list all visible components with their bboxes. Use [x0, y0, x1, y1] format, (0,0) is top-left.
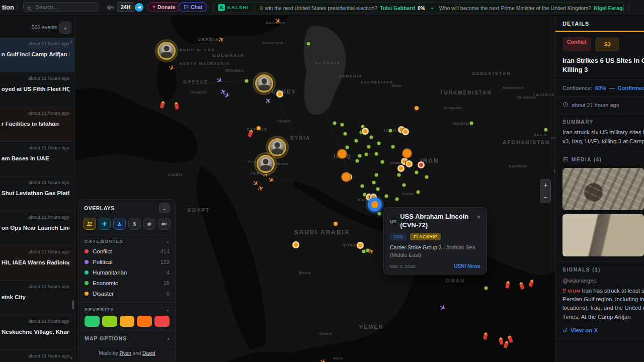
- severity-pill[interactable]: [154, 316, 170, 327]
- zoom-in-button[interactable]: +: [540, 179, 551, 191]
- donate-button[interactable]: ♥ Donate: [147, 2, 181, 12]
- map-marker[interactable]: [365, 153, 368, 156]
- severity-pill[interactable]: [85, 316, 100, 327]
- map-marker[interactable]: [376, 188, 380, 191]
- map-marker[interactable]: [385, 195, 388, 198]
- map-marker[interactable]: [470, 122, 473, 125]
- scroll-up-icon[interactable]: ▲: [69, 39, 73, 44]
- map-marker[interactable]: [370, 136, 373, 139]
- map-options-row[interactable]: MAP OPTIONS ›: [79, 331, 175, 346]
- alerts-overlay-toggle[interactable]: [143, 218, 156, 230]
- meloni-avatar[interactable]: [157, 42, 176, 60]
- map-marker[interactable]: [375, 173, 378, 177]
- map-marker[interactable]: [346, 146, 349, 149]
- event-item[interactable]: about 21 hours ago Shut Leviathan Gas Pl…: [0, 176, 74, 211]
- event-item[interactable]: about 21 hours ago r Facilities in Isfah…: [0, 107, 74, 142]
- map-marker[interactable]: [397, 165, 405, 172]
- ticker-item[interactable]: ill win the next United States president…: [260, 5, 439, 11]
- category-row[interactable]: Political 133: [85, 256, 170, 267]
- aircraft-overlay-toggle[interactable]: ✈: [99, 218, 111, 230]
- map-marker[interactable]: [362, 128, 369, 135]
- map-marker[interactable]: [337, 149, 347, 159]
- map-marker[interactable]: [425, 175, 429, 179]
- map-marker[interactable]: [415, 106, 419, 110]
- severity-pill[interactable]: [137, 316, 152, 327]
- map-marker[interactable]: [357, 242, 364, 249]
- map-marker[interactable]: [257, 126, 261, 130]
- map-marker[interactable]: [397, 173, 401, 177]
- event-item[interactable]: about 21 hours ago n Gulf incl Camp Arif…: [0, 38, 74, 72]
- event-item[interactable]: about 21 hours ago on Ops Near Launch Li…: [0, 211, 74, 246]
- map-marker[interactable]: [358, 154, 362, 158]
- map-marker[interactable]: [402, 148, 412, 158]
- satellite-thumbnail[interactable]: [562, 214, 644, 256]
- collapse-sidebar-button[interactable]: ‹: [59, 22, 71, 34]
- category-row[interactable]: Conflict 414: [85, 246, 170, 256]
- map-marker[interactable]: [375, 152, 378, 156]
- category-row[interactable]: Disaster 0: [85, 288, 170, 299]
- zoom-out-button[interactable]: −: [540, 191, 551, 203]
- map-marker[interactable]: [381, 160, 384, 164]
- map-marker[interactable]: [292, 241, 299, 248]
- camera-overlay-toggle[interactable]: [158, 218, 171, 230]
- event-item[interactable]: about 21 hours ago etsk City: [0, 281, 74, 315]
- map-marker[interactable]: [406, 160, 413, 167]
- event-item[interactable]: about 21 hours ago Base, Airfield Site: [0, 350, 74, 362]
- map-marker[interactable]: [418, 161, 425, 168]
- event-item[interactable]: about 21 hours ago Neskuchne Village, Kh…: [0, 315, 74, 350]
- david-link[interactable]: David: [142, 350, 155, 356]
- map-marker[interactable]: [361, 185, 364, 188]
- map-marker[interactable]: [403, 184, 406, 187]
- people-overlay-toggle[interactable]: [84, 218, 96, 230]
- map-marker[interactable]: [389, 129, 392, 133]
- scrollbar-thumb[interactable]: [72, 300, 74, 309]
- erdogan-avatar[interactable]: [255, 74, 273, 93]
- event-item[interactable]: about 21 hours ago Hit, IAEA Warns Radio…: [0, 246, 74, 281]
- map-marker[interactable]: [356, 159, 359, 163]
- map-marker[interactable]: [485, 287, 488, 290]
- kalshi-ticker[interactable]: K KALSHI | ill win the next United State…: [213, 2, 624, 13]
- al-sharaa-avatar[interactable]: [268, 138, 286, 156]
- severity-pill[interactable]: [102, 316, 117, 327]
- map-marker[interactable]: [544, 128, 548, 132]
- range-24h-button[interactable]: 24H: [117, 2, 134, 12]
- map-marker[interactable]: [367, 145, 371, 149]
- ryan-link[interactable]: Ryan: [119, 350, 131, 356]
- map-marker[interactable]: [415, 171, 419, 174]
- severity-pill[interactable]: [120, 316, 135, 327]
- map-marker[interactable]: [341, 123, 344, 127]
- map-marker[interactable]: [395, 198, 399, 201]
- event-item[interactable]: about 21 hours ago oyed at US Fifth Flee…: [0, 72, 74, 107]
- close-icon[interactable]: ×: [476, 214, 480, 230]
- range-6h-button[interactable]: 6H: [107, 5, 114, 11]
- map-marker[interactable]: [307, 42, 310, 46]
- event-item[interactable]: about 21 hours ago am Bases in UAE: [0, 142, 74, 176]
- chat-button[interactable]: Chat: [179, 2, 207, 12]
- map-marker[interactable]: [334, 222, 338, 226]
- vessel-overlay-toggle[interactable]: [113, 218, 126, 230]
- ticker-item[interactable]: Who will become the next Prime Minister …: [439, 5, 624, 11]
- chevron-down-icon[interactable]: ⌄: [166, 307, 170, 312]
- map-marker[interactable]: [344, 132, 347, 136]
- view-on-x-link[interactable]: View on X: [562, 327, 644, 334]
- signal-handle[interactable]: @visionergeo: [562, 278, 644, 284]
- scroll-down-icon[interactable]: ▼: [69, 356, 73, 360]
- economy-overlay-toggle[interactable]: $: [128, 218, 141, 230]
- telegram-button[interactable]: [135, 3, 143, 12]
- app-logo[interactable]: tion: [2, 4, 14, 11]
- netanyahu-avatar[interactable]: [257, 155, 275, 173]
- map-marker[interactable]: [333, 122, 337, 125]
- source-link[interactable]: USNI News: [454, 263, 480, 269]
- map-marker[interactable]: [341, 172, 351, 182]
- map-marker[interactable]: [402, 128, 409, 135]
- chevron-down-icon[interactable]: ⌄: [166, 239, 170, 244]
- category-row[interactable]: Economic 15: [85, 278, 170, 288]
- collapse-overlays-button[interactable]: ⌄: [159, 203, 170, 213]
- category-row[interactable]: Humanitarian 4: [85, 267, 170, 278]
- map-marker[interactable]: [276, 90, 283, 98]
- selected-event-marker[interactable]: [368, 198, 382, 212]
- map-marker[interactable]: [245, 79, 249, 83]
- map-marker[interactable]: [377, 142, 381, 145]
- map-marker[interactable]: [378, 212, 381, 216]
- map-marker[interactable]: [391, 145, 395, 149]
